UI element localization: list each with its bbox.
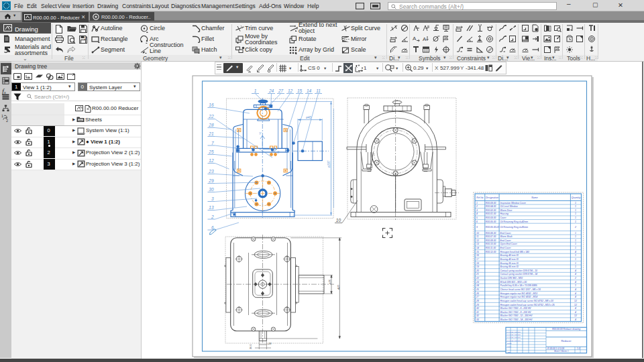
svg-text:15: 15 [476,251,479,253]
svg-text:R00.12.00: R00.12.00 [486,251,496,253]
svg-text:R00.02.00: R00.02.00 [486,209,496,212]
svg-text:24: 24 [476,284,479,287]
svg-text:4: 4 [476,213,478,215]
svg-text:10: 10 [336,218,341,223]
svg-text:Housing: Housing [500,213,509,215]
svg-text:1: 1 [476,202,478,204]
svg-text:17: 17 [476,258,479,261]
svg-text:Oil Retaining Ring d=42mm: Oil Retaining Ring d=42mm [500,221,529,223]
svg-text:11: 11 [316,88,321,93]
svg-text:Open End Cover: Open End Cover [500,243,518,245]
svg-text:4: 4 [575,318,576,321]
svg-text:Bearing 40 mm ID: Bearing 40 mm ID [500,258,519,261]
svg-text:Izm Lst doc. Sign Date: Izm Lst doc. Sign Date [506,340,521,341]
svg-text:25: 25 [208,149,214,154]
svg-text:R00.08.00: R00.08.00 [486,239,496,242]
svg-text:6: 6 [476,221,478,223]
svg-text:Hexagon socket head cap screw: Hexagon socket head cap screw ISO 4762 -… [500,304,555,306]
svg-text:Izm Lst doc. Sign Date: Izm Lst doc. Sign Date [506,334,521,335]
svg-text:1: 1 [575,217,576,219]
svg-text:22: 22 [476,277,479,280]
svg-text:1: 1 [575,258,576,261]
svg-text:13: 13 [209,205,214,210]
svg-text:Oil Level Window: Oil Level Window [500,205,519,208]
svg-text:A: A [413,36,417,42]
svg-text:Worm Shaft: Worm Shaft [500,235,513,238]
svg-text:1: 1 [575,235,576,238]
svg-text:M bolt DIN 601 - M10 x 30: M bolt DIN 601 - M10 x 30 [500,281,527,284]
svg-text:+28: +28 [267,343,272,345]
svg-text:4: 4 [575,273,576,276]
svg-text:Gasket DIN 960 - M10: Gasket DIN 960 - M10 [500,277,523,280]
svg-text:5: 5 [476,217,478,219]
svg-text:1: 1 [575,209,576,212]
svg-text:Conical spring washer DIN 6796: Conical spring washer DIN 6796 - 10 [500,269,538,272]
svg-text:R00.05.00: R00.05.00 [486,221,496,223]
svg-text:1: 1 [575,213,576,215]
svg-text:Quantity: Quantity [572,196,581,199]
svg-text:Check.: Check. [507,346,512,347]
svg-text:18: 18 [476,262,479,265]
svg-text:R00.10.00: R00.10.00 [486,243,496,245]
svg-text:1: 1 [254,88,257,93]
svg-text:28: 28 [476,300,479,302]
svg-text:Bearing 85 mm ID: Bearing 85 mm ID [500,262,519,265]
svg-text:6: 6 [211,225,214,230]
svg-text:21: 21 [208,131,214,136]
svg-text:Washer ISO 7092 - 12 - 200 HV: Washer ISO 7092 - 12 - 200 HV [500,314,533,317]
svg-text:1: 1 [575,243,576,245]
svg-text:End Cover: End Cover [500,239,512,242]
svg-text:11: 11 [476,235,479,238]
svg-text:12: 12 [574,300,577,302]
svg-text:29: 29 [476,304,479,306]
svg-text:19: 19 [476,265,479,268]
svg-text:24: 24 [268,88,274,93]
svg-text:2: 2 [574,226,576,229]
svg-text:30: 30 [209,187,214,192]
svg-text:3: 3 [476,209,478,212]
svg-text:12: 12 [476,239,479,242]
svg-text:Name: Name [531,196,538,199]
svg-text:33: 33 [476,318,479,321]
svg-text:2: 2 [476,205,478,208]
svg-text:Cheese head screw ISO 1207 - M: Cheese head screw ISO 1207 - M6 x 16 [500,288,541,291]
svg-text:Design.: Design. [507,343,512,344]
svg-text:7: 7 [211,141,214,145]
svg-text:22: 22 [208,114,214,119]
svg-text:1: 1 [575,254,576,257]
svg-text:Appr.: Appr. [506,351,511,353]
svg-text:14: 14 [476,247,479,249]
svg-text:31: 31 [476,311,479,314]
svg-text:32: 32 [476,314,479,317]
svg-text:12: 12 [209,158,214,163]
svg-text:4: 4 [575,307,576,310]
svg-text:4: 4 [575,292,576,295]
svg-text:R00.04.00: R00.04.00 [486,205,496,208]
svg-text:12: 12 [288,88,293,93]
svg-text:15: 15 [297,88,303,93]
svg-text:R00.03.00: R00.03.00 [486,217,496,219]
svg-text:Sheet 1 Sheets 1: Sheet 1 Sheets 1 [554,350,569,353]
svg-text:Parallel key 6.35 x 14 x 70 DI: Parallel key 6.35 x 14 x 70 DIN 6885 [500,284,537,287]
svg-text:Izm Lst doc. Sign Date: Izm Lst doc. Sign Date [506,337,521,338]
svg-text:A: A [423,36,427,42]
svg-text:14: 14 [307,88,312,93]
svg-text:1: 1 [575,202,576,204]
svg-text:Hexagon regular nut ISO 4032 -: Hexagon regular nut ISO 4032 - M10 [500,292,538,295]
svg-text:420: 420 [337,285,340,290]
svg-text:26: 26 [476,292,479,295]
svg-text:R00.01.00: R00.01.00 [486,213,496,215]
svg-text:23: 23 [476,281,479,284]
svg-text:Inspection Window Cover: Inspection Window Cover [500,202,527,204]
svg-text:End Cover: End Cover [500,247,512,249]
svg-text:9: 9 [476,226,478,229]
svg-text:Oil Retaining Ring d=85mm: Oil Retaining Ring d=85mm [500,226,529,229]
svg-text:R00.00.00 Reducer drawing: R00.00.00 Reducer drawing [552,328,580,330]
svg-text:4: 4 [575,269,576,272]
svg-text:Conical spring washer DIN 6796: Conical spring washer DIN 6796 - 14 [500,273,538,276]
svg-text:2: 2 [6,119,8,123]
svg-text:ø35: ø35 [328,279,331,284]
svg-text:30: 30 [476,307,479,310]
svg-text:Washer ISO 7092 - 6 - 200 HV: Washer ISO 7092 - 6 - 200 HV [500,307,532,310]
svg-text:4: 4 [575,288,576,291]
